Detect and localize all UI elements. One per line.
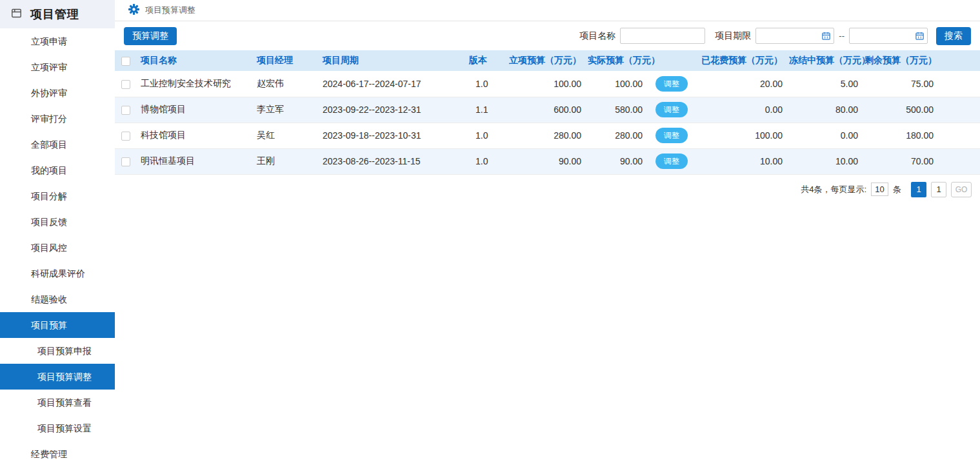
cell-manager: 吴红 (257, 123, 323, 148)
calendar-icon[interactable] (821, 31, 831, 43)
project-period-label: 项目期限 (715, 30, 751, 42)
cell-spent-budget: 20.00 (692, 71, 789, 97)
sidebar-item-budget-settings[interactable]: 项目预算设置 (0, 415, 115, 441)
sidebar-item-budget-view[interactable]: 项目预算查看 (0, 390, 115, 415)
budget-table: 项目名称 项目经理 项目周期 版本 立项预算（万元） 实际预算（万元） 已花费预… (115, 50, 980, 175)
budget-adjust-button[interactable]: 预算调整 (124, 27, 177, 45)
cell-remaining-budget: 75.00 (865, 71, 980, 97)
toolbar: 预算调整 项目名称 项目期限 -- (115, 21, 980, 50)
adjust-button[interactable]: 调整 (655, 128, 688, 143)
cell-frozen-budget: 5.00 (789, 71, 865, 97)
select-all-checkbox[interactable] (121, 57, 130, 66)
main-content: 项目预算调整 预算调整 项目名称 项目期限 -- (115, 0, 980, 465)
sidebar-item-budget-adjust[interactable]: 项目预算调整 (0, 364, 115, 390)
page-size-unit: 条 (893, 184, 901, 195)
cell-project-name: 工业控制安全技术研究 (137, 71, 257, 97)
cell-actual-budget: 100.00 (615, 79, 643, 89)
current-page-button[interactable]: 1 (911, 182, 926, 197)
sidebar-item-project-budget[interactable]: 项目预算 (0, 312, 115, 338)
cell-manager: 王刚 (257, 148, 323, 174)
cell-approved-budget: 90.00 (505, 148, 588, 174)
cell-approved-budget: 600.00 (505, 97, 588, 123)
cell-remaining-budget: 70.00 (865, 148, 980, 174)
column-header-remaining-budget: 剩余预算（万元） (865, 50, 980, 71)
page-jump-input[interactable] (931, 182, 946, 197)
page-header: 项目预算调整 (115, 0, 980, 21)
sidebar: 项目管理 立项申请 立项评审 外协评审 评审打分 全部项目 我的项目 项目分解 … (0, 0, 115, 465)
sidebar-item-review-scoring[interactable]: 评审打分 (0, 106, 115, 132)
cell-version: 1.0 (468, 123, 505, 148)
cell-approved-budget: 100.00 (505, 71, 588, 97)
sidebar-item-all-projects[interactable]: 全部项目 (0, 132, 115, 157)
app-title: 项目管理 (30, 6, 79, 22)
sidebar-item-project-feedback[interactable]: 项目反馈 (0, 209, 115, 235)
column-header-project-name: 项目名称 (137, 50, 257, 71)
archive-box-icon (10, 7, 23, 22)
row-checkbox[interactable] (121, 157, 130, 166)
page-size-input[interactable] (871, 183, 888, 196)
sidebar-header: 项目管理 (0, 0, 115, 28)
date-range-separator: -- (839, 31, 845, 41)
project-name-input[interactable] (620, 28, 705, 44)
column-header-actual-budget: 实际预算（万元） (588, 50, 692, 71)
page-title: 项目预算调整 (145, 5, 195, 16)
search-area: 项目名称 项目期限 -- (579, 27, 971, 45)
cell-actual-budget: 90.00 (620, 156, 643, 166)
cell-period: 2023-08-26--2023-11-15 (323, 148, 468, 174)
cell-remaining-budget: 180.00 (865, 123, 980, 148)
adjust-button[interactable]: 调整 (655, 102, 688, 117)
sidebar-item-research-evaluation[interactable]: 科研成果评价 (0, 261, 115, 286)
column-header-version: 版本 (468, 50, 505, 71)
column-header-approved-budget: 立项预算（万元） (505, 50, 588, 71)
row-checkbox[interactable] (121, 106, 130, 115)
cell-version: 1.0 (468, 148, 505, 174)
table-header-row: 项目名称 项目经理 项目周期 版本 立项预算（万元） 实际预算（万元） 已花费预… (115, 50, 980, 71)
table-row: 科技馆项目 吴红 2023-09-18--2023-10-31 1.0 280.… (115, 123, 980, 148)
cell-project-name: 科技馆项目 (137, 123, 257, 148)
cell-frozen-budget: 80.00 (789, 97, 865, 123)
cell-period: 2023-09-22--2023-12-31 (323, 97, 468, 123)
pagination-summary: 共4条，每页显示: (801, 184, 866, 195)
column-header-frozen-budget: 冻结中预算（万元） (789, 50, 865, 71)
column-header-spent-budget: 已花费预算（万元） (692, 50, 789, 71)
table-row: 工业控制安全技术研究 赵宏伟 2024-06-17--2024-07-17 1.… (115, 71, 980, 97)
cell-approved-budget: 280.00 (505, 123, 588, 148)
row-checkbox[interactable] (121, 132, 130, 141)
calendar-icon[interactable] (915, 31, 925, 43)
sidebar-item-project-breakdown[interactable]: 项目分解 (0, 183, 115, 209)
cell-remaining-budget: 500.00 (865, 97, 980, 123)
cell-spent-budget: 10.00 (692, 148, 789, 174)
cell-period: 2024-06-17--2024-07-17 (323, 71, 468, 97)
column-header-period: 项目周期 (323, 50, 468, 71)
app: 项目管理 立项申请 立项评审 外协评审 评审打分 全部项目 我的项目 项目分解 … (0, 0, 980, 465)
gear-icon (128, 4, 139, 17)
sidebar-item-project-application[interactable]: 立项申请 (0, 28, 115, 54)
cell-project-name: 博物馆项目 (137, 97, 257, 123)
row-checkbox[interactable] (121, 80, 130, 89)
go-button[interactable]: GO (951, 182, 972, 197)
sidebar-item-project-acceptance[interactable]: 结题验收 (0, 286, 115, 312)
cell-manager: 赵宏伟 (257, 71, 323, 97)
adjust-button[interactable]: 调整 (655, 153, 688, 169)
date-from-field (755, 28, 834, 44)
sidebar-item-funds-management[interactable]: 经费管理 (0, 441, 115, 465)
cell-spent-budget: 100.00 (692, 123, 789, 148)
column-header-manager: 项目经理 (257, 50, 323, 71)
search-button[interactable]: 搜索 (936, 27, 971, 45)
cell-period: 2023-09-18--2023-10-31 (323, 123, 468, 148)
cell-frozen-budget: 0.00 (789, 123, 865, 148)
cell-actual-budget: 580.00 (615, 104, 643, 115)
sidebar-item-my-projects[interactable]: 我的项目 (0, 157, 115, 183)
sidebar-item-external-review[interactable]: 外协评审 (0, 80, 115, 106)
cell-version: 1.0 (468, 71, 505, 97)
cell-frozen-budget: 10.00 (789, 148, 865, 174)
table-row: 博物馆项目 李立军 2023-09-22--2023-12-31 1.1 600… (115, 97, 980, 123)
cell-manager: 李立军 (257, 97, 323, 123)
cell-spent-budget: 0.00 (692, 97, 789, 123)
sidebar-item-project-review[interactable]: 立项评审 (0, 54, 115, 80)
project-name-label: 项目名称 (579, 30, 615, 42)
sidebar-item-project-risk[interactable]: 项目风控 (0, 235, 115, 261)
cell-actual-budget: 280.00 (615, 130, 643, 141)
sidebar-item-budget-declare[interactable]: 项目预算申报 (0, 338, 115, 364)
adjust-button[interactable]: 调整 (655, 76, 688, 92)
